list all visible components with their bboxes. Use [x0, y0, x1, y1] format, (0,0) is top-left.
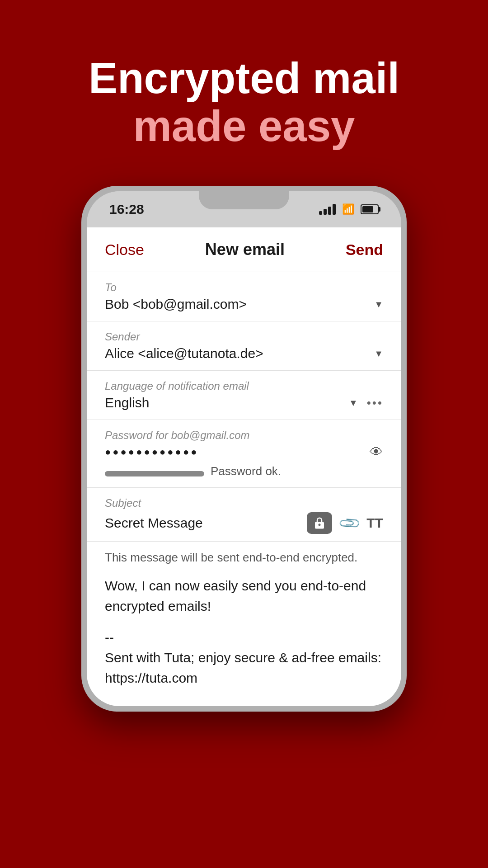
- to-value-row: Bob <bob@gmail.com> ▼: [105, 297, 383, 312]
- signature: -- Sent with Tuta; enjoy secure & ad-fre…: [105, 627, 383, 688]
- notch: [199, 191, 289, 209]
- phone-screen: 16:28 📶 Close New email Send To: [87, 191, 401, 706]
- password-status-row: Password ok.: [105, 464, 383, 478]
- password-strength-bar: [105, 471, 204, 476]
- status-icons: 📶: [319, 203, 379, 215]
- email-compose: Close New email Send To Bob <bob@gmail.c…: [87, 227, 401, 706]
- hero-section: Encrypted mail made easy: [61, 54, 427, 150]
- sender-chevron-icon[interactable]: ▼: [374, 349, 383, 359]
- password-ok-text: Password ok.: [211, 464, 281, 478]
- compose-body[interactable]: This message will be sent end-to-end enc…: [87, 542, 401, 706]
- lock-icon[interactable]: [307, 512, 332, 534]
- wifi-icon: 📶: [342, 203, 354, 215]
- to-value[interactable]: Bob <bob@gmail.com>: [105, 297, 247, 312]
- password-label: Password for bob@gmail.com: [105, 429, 383, 442]
- password-value[interactable]: ●●●●●●●●●●●●: [105, 446, 198, 458]
- battery-icon: [361, 204, 379, 214]
- language-chevron-icon[interactable]: ▼: [349, 398, 358, 408]
- subject-value[interactable]: Secret Message: [105, 515, 203, 531]
- body-text[interactable]: Wow, I can now easily send you end-to-en…: [105, 576, 383, 616]
- sender-label: Sender: [105, 330, 383, 343]
- sender-value[interactable]: Alice <alice@tutanota.de>: [105, 346, 263, 361]
- phone-mockup: 16:28 📶 Close New email Send To: [81, 186, 407, 712]
- status-bar: 16:28 📶: [87, 191, 401, 227]
- hero-line2: made easy: [89, 102, 399, 150]
- language-label: Language of notification email: [105, 380, 383, 392]
- subject-icons: 📎 TT: [307, 512, 383, 534]
- hero-line1: Encrypted mail: [89, 54, 399, 102]
- language-field: Language of notification email English ▼…: [87, 371, 401, 420]
- language-more-icon[interactable]: •••: [367, 396, 383, 410]
- password-value-row: ●●●●●●●●●●●● 👁: [105, 444, 383, 460]
- subject-field: Subject Secret Message 📎 TT: [87, 488, 401, 542]
- attach-icon[interactable]: 📎: [337, 511, 362, 536]
- subject-label: Subject: [105, 497, 383, 509]
- language-value-row: English ▼ •••: [105, 395, 383, 410]
- to-label: To: [105, 281, 383, 294]
- compose-header: Close New email Send: [87, 227, 401, 272]
- send-button[interactable]: Send: [346, 241, 383, 259]
- font-size-icon[interactable]: TT: [366, 515, 383, 531]
- sender-field: Sender Alice <alice@tutanota.de> ▼: [87, 321, 401, 371]
- language-value[interactable]: English: [105, 395, 149, 410]
- to-chevron-icon[interactable]: ▼: [374, 299, 383, 310]
- signal-icon: [319, 204, 336, 215]
- compose-title: New email: [205, 240, 285, 259]
- signature-line2: Sent with Tuta; enjoy secure & ad-free e…: [105, 650, 381, 665]
- show-password-icon[interactable]: 👁: [370, 444, 383, 460]
- subject-row: Secret Message 📎 TT: [105, 512, 383, 534]
- close-button[interactable]: Close: [105, 241, 144, 259]
- password-field: Password for bob@gmail.com ●●●●●●●●●●●● …: [87, 420, 401, 488]
- signature-line1: --: [105, 630, 114, 645]
- to-field: To Bob <bob@gmail.com> ▼: [87, 272, 401, 321]
- signature-url[interactable]: https://tuta.com: [105, 670, 197, 685]
- status-time: 16:28: [109, 202, 144, 217]
- encryption-notice: This message will be sent end-to-end enc…: [105, 551, 383, 565]
- sender-value-row: Alice <alice@tutanota.de> ▼: [105, 346, 383, 361]
- language-actions: ▼ •••: [349, 396, 383, 410]
